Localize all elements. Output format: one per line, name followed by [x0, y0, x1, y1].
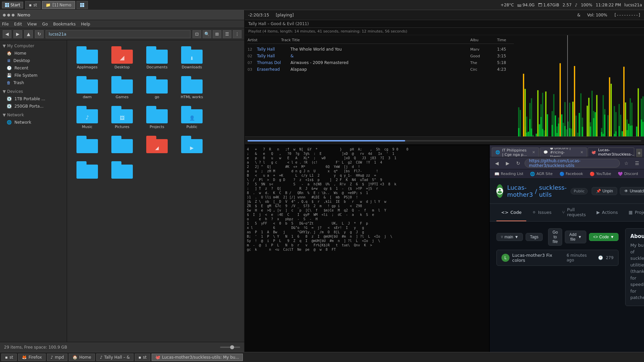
taskbar-tallyhall[interactable]: ♪ Tally Hall – &: [96, 354, 133, 361]
sidebar-item-1tb[interactable]: 💽 1TB Portable ...: [0, 95, 67, 103]
file-item-unnamed3[interactable]: ◢: [141, 134, 173, 157]
file-item-music[interactable]: ♪ Music: [71, 104, 103, 131]
taskbar-st2[interactable]: ▪ st: [135, 354, 150, 361]
browser-tab-github[interactable]: 🐙 Lucas-mother3/suckless-... ✕: [588, 147, 634, 157]
gh-nav-code[interactable]: <> Code: [496, 204, 526, 221]
bookmark-discord[interactable]: 💜 Discord: [616, 171, 640, 177]
more-button[interactable]: ⋮: [233, 30, 241, 38]
playlist-row-3[interactable]: 07 Thomas Dol Airwaves - 2009 Remastered…: [248, 59, 514, 66]
forward-button[interactable]: ▶: [13, 30, 22, 38]
gh-code-button[interactable]: <> Code ▼: [589, 233, 619, 241]
taskbar-github-window[interactable]: 🐙 Lucas-mother3/suckless-utils: My bu...: [152, 354, 243, 361]
bookmark-facebook[interactable]: 🔵 Facebook: [557, 171, 585, 177]
task-item-grid[interactable]: [76, 1, 88, 9]
file-item-downloads[interactable]: ⬇ Downloads: [176, 44, 208, 71]
file-item-appimages[interactable]: AppImages: [71, 44, 103, 71]
browser-tab-discord[interactable]: 💬 ● Discord | #ricing-themi... ✕: [540, 147, 587, 157]
bookmark-icon-discord: 💜: [618, 172, 623, 176]
sidebar-item-filesystem[interactable]: 💾 File System: [0, 72, 67, 79]
bookmark-mastodon[interactable]: 🐘 Mastodon: [643, 171, 644, 177]
gh-unwatch-button[interactable]: 👁 Unwatch 1: [620, 187, 644, 195]
location-bar[interactable]: lucss21a: [46, 30, 191, 38]
file-item-dwm[interactable]: dwm: [71, 74, 103, 101]
sidebar-network-header[interactable]: ▼ Network: [0, 111, 67, 119]
playlist-row-4[interactable]: 03 Eraserhead Alapaap Circ 4:23: [248, 66, 514, 73]
file-item-unnamed1[interactable]: [71, 134, 103, 157]
file-item-pictures[interactable]: 🖼 Pictures: [106, 104, 138, 131]
grid-view-button[interactable]: ⊞: [213, 30, 221, 38]
taskbar-firefox[interactable]: 🦊 Firefox: [18, 354, 46, 361]
file-item-projects[interactable]: Projects: [141, 104, 173, 131]
file-item-games[interactable]: Games: [106, 74, 138, 101]
sidebar-devices-header[interactable]: ▼ Devices: [0, 88, 67, 95]
bookmark-youtube[interactable]: 🔴 YouTube: [588, 171, 613, 177]
sidebar-item-recent[interactable]: 🕐 Recent: [0, 64, 67, 72]
taskbar-st1[interactable]: ▪ st: [1, 354, 17, 361]
browser-tab-itphil[interactable]: 🌐 IT Philippines | Cge nga p... ✕: [492, 147, 539, 157]
zoom-slider[interactable]: [220, 347, 240, 348]
search-button[interactable]: 🔍: [203, 30, 211, 38]
gh-nav-projects[interactable]: ▦ Projects: [624, 204, 644, 221]
up-button[interactable]: ▲: [24, 30, 33, 38]
taskbar-mpd[interactable]: ♪ mpd: [47, 354, 68, 361]
sidebar-item-desktop[interactable]: 🖥 Desktop: [0, 57, 67, 64]
st-terminal[interactable]: 4 + 7 R n ;f w N[ &Y * } pH A; , 5h cg 9…: [245, 145, 489, 254]
browser-forward-button[interactable]: ▶: [503, 159, 512, 168]
playlist-row-2[interactable]: 02 Tally Hall & Good 3:15: [248, 53, 514, 59]
sidebar-item-250gb[interactable]: 💽 250GB Porta...: [0, 103, 67, 110]
sidebar-item-trash[interactable]: 🗑 Trash: [0, 79, 67, 86]
tab-close-discord[interactable]: ✕: [580, 150, 583, 155]
progress-bar[interactable]: [248, 140, 641, 141]
main-area: ● ● ● Nemo File Edit View Go Bookmarks H…: [0, 10, 644, 352]
gh-nav-pullrequests[interactable]: ⑂ Pull requests: [557, 204, 590, 221]
browser-reload-button[interactable]: ↻: [514, 159, 523, 168]
sidebar-item-home[interactable]: 🏠 Home: [0, 50, 67, 57]
bookmark-agrsite[interactable]: 🌐 AGR Site: [528, 171, 554, 177]
taskbar-home[interactable]: 🏠 Home: [69, 354, 95, 361]
file-label-public: Public: [186, 125, 198, 129]
gh-unpin-label: Unpin: [602, 189, 613, 193]
new-tab-button[interactable]: +: [636, 149, 642, 157]
menu-bookmarks[interactable]: Bookmarks: [53, 22, 75, 26]
reload-button[interactable]: ↻: [35, 30, 44, 38]
menu-edit[interactable]: Edit: [14, 22, 22, 26]
bookmark-readinglist[interactable]: 📖 Reading List: [492, 171, 525, 177]
file-item-desktop[interactable]: ◢ Desktop: [106, 44, 138, 71]
gh-tags-button[interactable]: Tags: [526, 233, 543, 241]
browser-menu-button[interactable]: ☰: [633, 159, 641, 168]
file-item-unnamed6[interactable]: [106, 159, 138, 182]
gh-unpin-button[interactable]: 📌 Unpin: [592, 187, 617, 195]
menu-go[interactable]: Go: [42, 22, 48, 26]
gh-nav-actions[interactable]: ▶ Actions: [592, 204, 623, 221]
back-button[interactable]: ◀: [3, 30, 11, 38]
split-view-button[interactable]: ⊡: [193, 30, 201, 38]
tab-close-itphil[interactable]: ✕: [532, 150, 535, 155]
file-item-unnamed5[interactable]: [71, 159, 103, 182]
sidebar-mycomputer-header[interactable]: ▼ My Computer: [0, 42, 67, 50]
sidebar-item-network[interactable]: 🌐 Network: [0, 119, 67, 126]
task-item-nemo[interactable]: 📁 [1] Nemo: [42, 1, 75, 9]
gh-gotofile-button[interactable]: Go to file: [548, 228, 562, 246]
file-item-unnamed2[interactable]: [106, 134, 138, 157]
list-view-button[interactable]: ☰: [223, 30, 231, 38]
gh-nav-issues[interactable]: ⚪ Issues: [528, 204, 556, 221]
file-item-unnamed4[interactable]: ▶: [176, 134, 208, 157]
gh-branch-selector[interactable]: ⑂ main ▼: [496, 233, 523, 241]
playlist-row-1[interactable]: 12 Tally Hall The Whole World and You Ma…: [248, 46, 514, 53]
task-item-st[interactable]: ▪ st: [25, 1, 41, 9]
url-bar[interactable]: https://github.com/Lucas-mother3/suckles…: [525, 159, 620, 168]
file-item-go[interactable]: go: [141, 74, 173, 101]
file-item-public[interactable]: 👤 Public: [176, 104, 208, 131]
systray-disk: 🖴 94.0G: [517, 3, 535, 7]
browser-bookmark-button[interactable]: ☆: [622, 159, 631, 168]
menu-file[interactable]: File: [2, 22, 9, 26]
url-text: https://github.com/Lucas-mother3/suckles…: [529, 159, 615, 168]
gh-addfile-button[interactable]: Add file ▼: [565, 231, 586, 243]
file-item-htmlworks[interactable]: HTML works: [176, 74, 208, 101]
menu-view[interactable]: View: [27, 22, 37, 26]
file-item-documents[interactable]: Documents: [141, 44, 173, 71]
start-button[interactable]: Start: [2, 2, 23, 8]
browser-back-button[interactable]: ◀: [492, 159, 501, 168]
menu-help[interactable]: Help: [81, 22, 90, 26]
gh-commit-info: L Lucas-mother3 Fix colors: [501, 253, 567, 263]
